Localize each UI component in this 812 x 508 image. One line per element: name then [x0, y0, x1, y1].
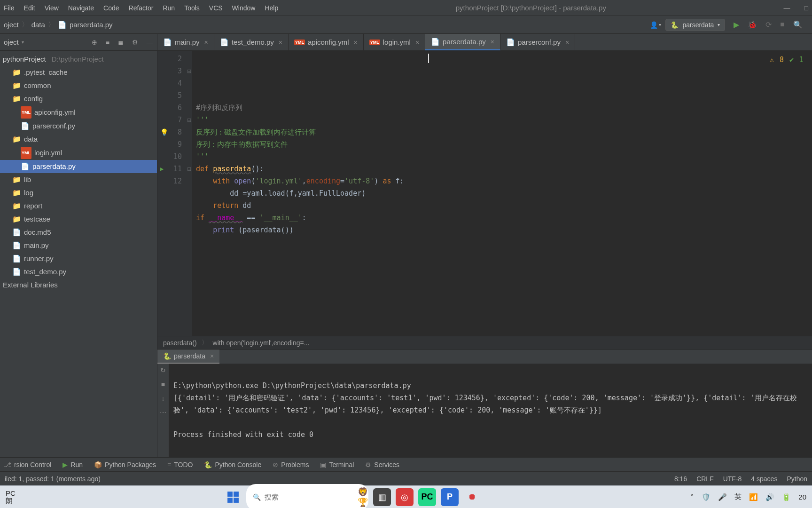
line-number-gutter[interactable]: 234567💡8910▶1112: [157, 51, 186, 336]
editor-tab-main[interactable]: 📄main.py×: [157, 34, 214, 50]
tray-ime[interactable]: 英: [734, 492, 742, 501]
menu-help[interactable]: Help: [265, 4, 278, 12]
hide-icon[interactable]: ―: [147, 39, 153, 46]
menu-window[interactable]: Window: [232, 4, 256, 12]
maximize-button[interactable]: □: [804, 4, 808, 12]
tool-problems[interactable]: ⊘Problems: [273, 461, 309, 468]
user-dropdown[interactable]: 👤 ▾: [648, 20, 663, 30]
close-icon[interactable]: ×: [491, 38, 494, 46]
tree-folder-lib[interactable]: 📁lib: [0, 173, 157, 186]
tool-python-packages[interactable]: 📦Python Packages: [94, 461, 156, 468]
menu-refactor[interactable]: Refactor: [129, 4, 154, 12]
run-output[interactable]: E:\python\python.exe D:\pythonProject\da…: [169, 364, 812, 457]
tree-folder-log[interactable]: 📁log: [0, 186, 157, 199]
editor-tab-login[interactable]: YMLlogin.yml×: [364, 34, 425, 50]
tree-folder-data[interactable]: 📁data: [0, 133, 157, 146]
tree-file-main-py[interactable]: 📄main.py: [0, 239, 157, 252]
menu-file[interactable]: File: [4, 4, 15, 12]
close-icon[interactable]: ×: [204, 39, 208, 46]
tree-file-test-demo-py[interactable]: 📄test_demo.py: [0, 265, 157, 278]
tree-file-parserconf[interactable]: 📄parserconf.py: [0, 119, 157, 133]
taskbar-app-pycharm[interactable]: PC: [418, 488, 436, 506]
inspection-badges[interactable]: ⚠8 ✔1: [770, 54, 804, 66]
tray-battery-icon[interactable]: 🔋: [782, 493, 791, 501]
crumb-func[interactable]: paserdata(): [163, 339, 197, 347]
tree-file-apiconfig[interactable]: YMLapiconfig.yml: [0, 105, 157, 119]
stop-icon[interactable]: ■: [161, 381, 165, 388]
tool-services[interactable]: ⚙Services: [365, 461, 399, 468]
rerun-icon[interactable]: ↻: [160, 366, 166, 374]
tree-folder-report[interactable]: 📁report: [0, 199, 157, 213]
tree-folder-pytest-cache[interactable]: 📁.pytest_cache: [0, 66, 157, 79]
taskbar-app-explorer[interactable]: ▥: [373, 488, 391, 506]
locate-icon[interactable]: ⊕: [92, 39, 97, 46]
status-line-separator[interactable]: CRLF: [696, 475, 714, 483]
minimize-button[interactable]: ―: [784, 4, 790, 12]
tree-root[interactable]: pythonProject D:\pythonProject: [0, 53, 157, 66]
editor-tab-parserdata[interactable]: 📄parserdata.py×: [425, 34, 500, 50]
taskbar-search-input[interactable]: [265, 493, 354, 501]
project-view-label[interactable]: oject: [4, 38, 19, 46]
search-button[interactable]: 🔍: [793, 20, 803, 29]
taskbar-app-4[interactable]: P: [441, 488, 459, 506]
tree-folder-testcase[interactable]: 📁testcase: [0, 213, 157, 226]
tree-file-parserdata-py[interactable]: 📄parserdata.py: [0, 160, 157, 173]
settings-icon[interactable]: ⋯: [160, 409, 166, 416]
crumb-with[interactable]: with open('login.yml',encoding=...: [213, 339, 310, 347]
start-button[interactable]: [225, 489, 242, 506]
tree-file-login-yml[interactable]: YMLlogin.yml: [0, 146, 157, 160]
menu-edit[interactable]: Edit: [24, 4, 35, 12]
close-icon[interactable]: ×: [279, 39, 282, 46]
status-indent[interactable]: 4 spaces: [751, 475, 777, 483]
tree-folder-common[interactable]: 📁common: [0, 79, 157, 92]
run-button[interactable]: ▶: [734, 20, 739, 29]
editor-tab-parserconf[interactable]: 📄parserconf.py×: [500, 34, 575, 50]
breadcrumb-root[interactable]: oject: [4, 21, 19, 29]
status-encoding[interactable]: UTF-8: [723, 475, 742, 483]
status-caret-pos[interactable]: 8:16: [674, 475, 687, 483]
editor-tab-test-demo[interactable]: 📄test_demo.py×: [214, 34, 289, 50]
tree-file-doc-md5[interactable]: 📄doc.md5: [0, 226, 157, 239]
menu-navigate[interactable]: Navigate: [68, 4, 94, 12]
tool-todo[interactable]: ≡TODO: [167, 461, 193, 468]
menu-run[interactable]: Run: [163, 4, 175, 12]
tray-mic-icon[interactable]: 🎤: [718, 493, 727, 501]
tool-terminal[interactable]: ▣Terminal: [320, 461, 354, 468]
run-tab-parserdata[interactable]: 🐍 parserdata ×: [157, 349, 219, 364]
taskbar-app-2[interactable]: ◎: [396, 488, 414, 506]
tray-volume-icon[interactable]: 🔊: [765, 493, 774, 501]
menu-view[interactable]: View: [45, 4, 59, 12]
stop-button[interactable]: ■: [780, 20, 785, 29]
tool-python-console[interactable]: 🐍Python Console: [204, 461, 261, 468]
taskbar-widget[interactable]: PC 朗: [6, 490, 16, 505]
menu-code[interactable]: Code: [103, 4, 119, 12]
code-area[interactable]: ⚠8 ✔1 #序列和反序列'''反序列：磁盘文件加载到内存进行计算序列：内存中的…: [192, 51, 812, 336]
taskbar-search[interactable]: 🔍 🦁🏆: [246, 484, 368, 508]
tree-external-libraries[interactable]: External Libraries: [0, 278, 157, 292]
expand-all-icon[interactable]: ≡: [106, 39, 109, 46]
breadcrumb-file[interactable]: parserdata.py: [70, 21, 113, 29]
close-icon[interactable]: ×: [210, 352, 214, 360]
tray-chevron-up-icon[interactable]: ˄: [690, 493, 694, 501]
project-tree[interactable]: pythonProject D:\pythonProject 📁.pytest_…: [0, 51, 157, 457]
tray-clock[interactable]: 20: [798, 493, 806, 501]
tool-version-control[interactable]: ⎇rsion Control: [4, 461, 51, 468]
tree-file-runner-py[interactable]: 📄runner.py: [0, 252, 157, 265]
fold-gutter[interactable]: ⊟⊟⊟: [186, 51, 192, 336]
run-config-selector[interactable]: 🐍 parserdata ▾: [665, 19, 725, 31]
coverage-button[interactable]: ⟳: [765, 20, 772, 29]
debug-button[interactable]: 🐞: [748, 20, 757, 29]
tray-shield-icon[interactable]: 🛡️: [702, 493, 710, 501]
close-icon[interactable]: ×: [354, 39, 358, 46]
tool-run[interactable]: ▶Run: [62, 461, 83, 468]
editor-body[interactable]: 234567💡8910▶1112 ⊟⊟⊟ ⚠8 ✔1 #序列和反序列'''反序列…: [157, 51, 812, 336]
close-icon[interactable]: ×: [415, 39, 419, 46]
gear-icon[interactable]: ⚙: [132, 39, 138, 46]
taskbar-app-record[interactable]: ⏺: [463, 488, 481, 506]
editor-tab-apiconfig[interactable]: YMLapiconfig.yml×: [289, 34, 364, 50]
tree-folder-config[interactable]: 📁config: [0, 92, 157, 105]
menu-vcs[interactable]: VCS: [209, 4, 223, 12]
close-icon[interactable]: ×: [565, 39, 569, 46]
collapse-all-icon[interactable]: ≣: [118, 39, 124, 46]
down-icon[interactable]: ↓: [162, 395, 165, 402]
